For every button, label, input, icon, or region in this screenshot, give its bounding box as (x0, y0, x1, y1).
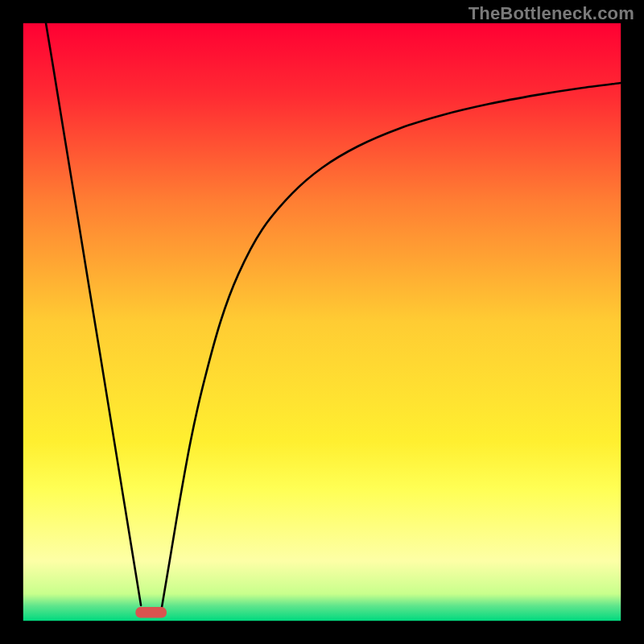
plot-background (23, 23, 621, 621)
optimal-marker (135, 607, 167, 617)
bottleneck-chart (0, 0, 644, 644)
watermark-text: TheBottleneck.com (469, 3, 634, 24)
